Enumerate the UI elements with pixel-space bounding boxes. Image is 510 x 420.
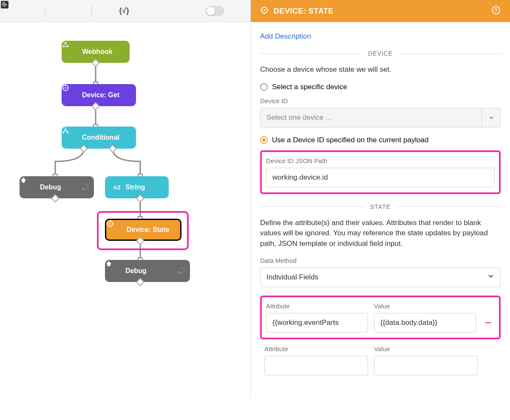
svg-point-18: [109, 223, 111, 225]
bug-icon: [113, 267, 121, 275]
device-id-label: Device ID: [260, 97, 501, 104]
value-input[interactable]: [374, 356, 478, 375]
attribute-input[interactable]: [264, 356, 368, 375]
device-icon: [114, 226, 122, 234]
json-path-label: Device ID JSON Path: [266, 157, 495, 164]
json-path-highlight: Device ID JSON Path: [260, 150, 501, 194]
node-debug-2[interactable]: Debug 🔊: [105, 260, 190, 282]
state-instruction: Define the attribute(s) and their values…: [260, 218, 501, 249]
svg-point-15: [67, 132, 69, 134]
volume-icon: 🔊: [81, 183, 90, 192]
json-path-input[interactable]: [266, 168, 495, 187]
help-icon[interactable]: ?: [491, 6, 501, 17]
device-instruction: Choose a device whose state we will set.: [260, 65, 501, 75]
attribute-input[interactable]: [266, 313, 368, 333]
fields-highlight: Attribute Value −: [260, 296, 501, 339]
svg-point-16: [22, 178, 26, 183]
radio-specific-device[interactable]: Select a specific device: [260, 83, 501, 91]
chevron-down-icon: [482, 108, 500, 127]
volume-icon: 🔊: [177, 267, 186, 275]
svg-point-21: [264, 9, 265, 11]
node-label: Debug: [40, 183, 61, 191]
add-description-link[interactable]: Add Description: [260, 32, 501, 41]
node-label: Conditional: [82, 134, 119, 141]
attr-label: Attribute: [264, 345, 368, 352]
node-device-state[interactable]: Device: State: [105, 219, 181, 241]
string-icon: AZ: [113, 183, 121, 192]
node-label: String: [125, 183, 145, 191]
section-heading-device: DEVICE: [260, 50, 501, 57]
node-label: Device: State: [127, 226, 170, 234]
node-debug-1[interactable]: Debug 🔊: [20, 176, 94, 198]
svg-point-14: [62, 132, 64, 134]
svg-point-19: [107, 262, 111, 267]
branch-icon: [69, 133, 78, 142]
node-conditional[interactable]: Conditional: [62, 127, 136, 149]
workflow-canvas[interactable]: {√} Webhook Device:: [0, 0, 251, 398]
radio-payload-device[interactable]: Use a Device ID specified on the current…: [260, 136, 501, 144]
chevron-down-icon: [487, 273, 494, 282]
attr-label: Attribute: [266, 302, 368, 310]
node-label: Debug: [125, 267, 147, 275]
val-label: Value: [374, 302, 476, 310]
device-id-dropdown[interactable]: Select one device ...: [260, 108, 501, 127]
properties-panel: DEVICE: STATE ? Add Description DEVICE C…: [251, 0, 510, 420]
svg-point-13: [65, 87, 66, 89]
data-method-label: Data Method: [260, 257, 501, 264]
remove-row-button[interactable]: −: [482, 316, 495, 329]
device-icon: [69, 91, 78, 99]
node-string[interactable]: AZ String: [105, 176, 169, 198]
svg-text:?: ?: [494, 7, 498, 14]
webhook-icon: [69, 48, 78, 56]
data-method-dropdown[interactable]: Individual Fields: [260, 268, 501, 287]
value-input[interactable]: [374, 313, 476, 333]
node-label: Webhook: [82, 48, 113, 56]
device-icon: [260, 6, 269, 17]
radio-icon: [260, 136, 268, 144]
val-label: Value: [374, 345, 478, 352]
panel-title: DEVICE: STATE: [274, 7, 334, 16]
node-label: Device: Get: [82, 91, 119, 99]
radio-icon: [260, 83, 268, 91]
bug-icon: [27, 183, 36, 192]
node-device-get[interactable]: Device: Get: [62, 84, 136, 106]
panel-header: DEVICE: STATE ?: [251, 0, 510, 22]
section-heading-state: STATE: [260, 203, 501, 210]
